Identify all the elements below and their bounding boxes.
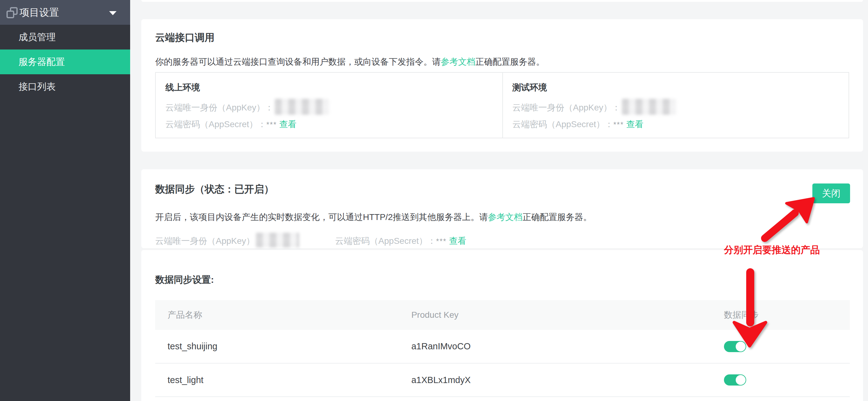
- online-env-view-secret-link[interactable]: 查看: [279, 119, 297, 129]
- data-sync-docs-link[interactable]: 参考文档: [488, 212, 522, 222]
- online-env-title: 线上环境: [165, 82, 493, 93]
- table-header-row: 产品名称 Product Key 数据同步: [155, 300, 850, 330]
- appsecret-mask: ***: [613, 120, 624, 129]
- cloud-api-desc-pre: 你的服务器可以通过云端接口查询设备和用户数据，或向设备下发指令。请: [155, 57, 441, 66]
- project-icon: [6, 7, 18, 18]
- appkey-label: 云端唯一身份（AppKey）: [155, 236, 255, 246]
- table-row: test_shuijing a1RanIMvoCO: [155, 330, 850, 363]
- column-header-product-name: 产品名称: [155, 300, 399, 330]
- data-sync-desc-post: 正确配置服务器。: [522, 212, 592, 222]
- test-env-secret-row: 云端密码（AppSecret）：*** 查看: [513, 119, 839, 130]
- test-env-title: 测试环境: [513, 82, 839, 93]
- test-env-box: 测试环境 云端唯一身份（AppKey）： 云端密码（AppSecret）：***…: [502, 73, 849, 138]
- appkey-label: 云端唯一身份（AppKey）：: [165, 103, 274, 112]
- appkey-redacted-value: [622, 99, 676, 115]
- appsecret-label: 云端密码（AppSecret）：: [165, 119, 267, 129]
- appsecret-label: 云端密码（AppSecret）：: [513, 119, 614, 129]
- cloud-api-card: 云端接口调用 你的服务器可以通过云端接口查询设备和用户数据，或向设备下发指令。请…: [141, 19, 863, 152]
- previous-card-edge: [141, 0, 863, 2]
- appsecret-mask: ***: [436, 237, 447, 246]
- online-env-secret-row: 云端密码（AppSecret）：*** 查看: [165, 119, 493, 130]
- product-name-cell: test_light: [155, 363, 399, 397]
- appsecret-label: 云端密码（AppSecret）：: [335, 236, 436, 246]
- data-sync-desc-pre: 开启后，该项目内设备产生的实时数据变化，可以通过HTTP/2推送到其他服务器上。…: [155, 212, 488, 222]
- product-name-cell: test_shuijing: [155, 330, 399, 363]
- data-sync-title: 数据同步（状态：已开启）: [155, 183, 849, 195]
- toggle-knob: [736, 375, 746, 385]
- cloud-api-docs-link[interactable]: 参考文档: [441, 57, 475, 66]
- sync-settings-title: 数据同步设置:: [155, 274, 849, 285]
- appsecret-mask: ***: [267, 120, 277, 129]
- product-sync-table: 产品名称 Product Key 数据同步 test_shuijing a1Ra…: [155, 300, 850, 397]
- cloud-api-title: 云端接口调用: [155, 32, 849, 43]
- environment-boxes: 线上环境 云端唯一身份（AppKey）： 云端密码（AppSecret）：***…: [155, 72, 849, 138]
- column-header-data-sync: 数据同步: [712, 300, 850, 330]
- close-sync-button[interactable]: 关闭: [812, 183, 850, 203]
- sidebar-item-api-list[interactable]: 接口列表: [0, 74, 130, 99]
- appkey-label: 云端唯一身份（AppKey）：: [513, 103, 621, 112]
- cloud-api-description: 你的服务器可以通过云端接口查询设备和用户数据，或向设备下发指令。请参考文档正确配…: [155, 57, 849, 67]
- online-env-box: 线上环境 云端唯一身份（AppKey）： 云端密码（AppSecret）：***…: [156, 73, 502, 138]
- online-env-appkey-row: 云端唯一身份（AppKey）：: [165, 102, 493, 115]
- data-sync-description: 开启后，该项目内设备产生的实时数据变化，可以通过HTTP/2推送到其他服务器上。…: [155, 212, 849, 223]
- test-env-view-secret-link[interactable]: 查看: [626, 119, 644, 129]
- sync-toggle-test-shuijing[interactable]: [724, 341, 746, 352]
- sidebar-item-server-config[interactable]: 服务器配置: [0, 50, 130, 74]
- product-key-cell: a1RanIMvoCO: [399, 330, 712, 363]
- cloud-api-desc-post: 正确配置服务器。: [475, 57, 545, 66]
- column-header-product-key: Product Key: [399, 300, 712, 330]
- appkey-redacted-value: [275, 99, 329, 115]
- table-row: test_light a1XBLx1mdyX: [155, 363, 850, 397]
- toggle-knob: [736, 342, 746, 351]
- appkey-redacted-value: [256, 233, 299, 248]
- test-env-appkey-row: 云端唯一身份（AppKey）：: [513, 102, 839, 115]
- sync-settings-card: 数据同步设置: 产品名称 Product Key 数据同步 test_shuij…: [141, 250, 863, 401]
- product-key-cell: a1XBLx1mdyX: [399, 363, 712, 397]
- chevron-down-icon: [109, 11, 117, 15]
- sidebar-item-member-management[interactable]: 成员管理: [0, 25, 130, 50]
- sidebar-header-label: 项目设置: [20, 0, 59, 25]
- data-sync-card: 数据同步（状态：已开启） 关闭 开启后，该项目内设备产生的实时数据变化，可以通过…: [141, 169, 863, 248]
- sidebar: 项目设置 成员管理 服务器配置 接口列表: [0, 0, 130, 401]
- sidebar-header-project-settings[interactable]: 项目设置: [0, 0, 130, 25]
- annotation-note: 分别开启要推送的产品: [724, 245, 820, 256]
- sync-toggle-test-light[interactable]: [724, 374, 746, 385]
- data-sync-view-secret-link[interactable]: 查看: [449, 236, 466, 246]
